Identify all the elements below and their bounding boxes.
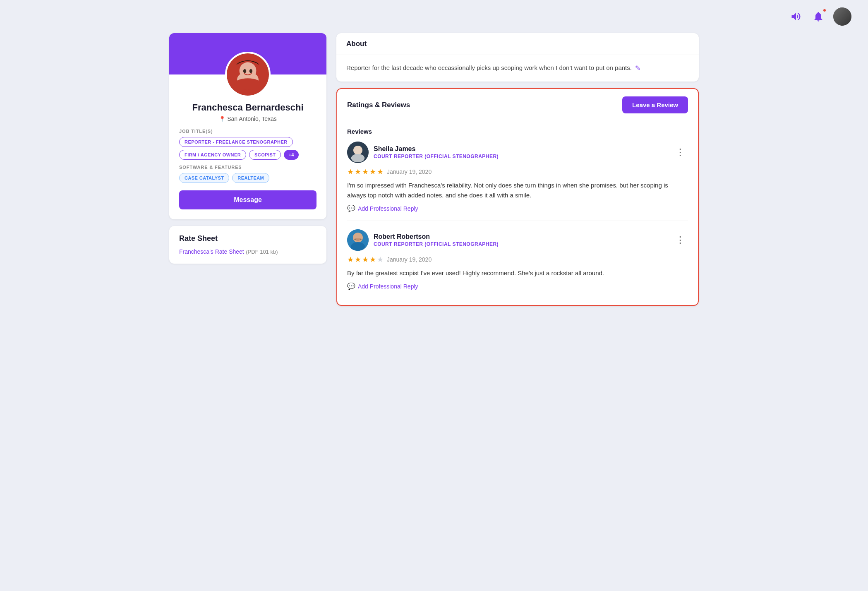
star-2-5: ★ — [377, 255, 384, 264]
reviewer-avatar-1 — [347, 142, 369, 163]
profile-avatar-wrap — [169, 52, 326, 97]
svg-point-9 — [351, 154, 364, 162]
review-menu-1[interactable]: ⋮ — [672, 146, 688, 159]
review-item-2: Robert Robertson COURT REPORTER (OFFICIA… — [347, 229, 688, 298]
reviewer-details-2: Robert Robertson COURT REPORTER (OFFICIA… — [374, 233, 499, 247]
review-text-1: I'm so impressed with Franchesca's relia… — [347, 180, 688, 200]
reviewer-details-1: Sheila James COURT REPORTER (OFFICIAL ST… — [374, 145, 499, 159]
stars-1: ★ ★ ★ ★ ★ — [347, 167, 384, 176]
rate-sheet-size: (PDF 101 kb) — [246, 249, 278, 255]
ratings-reviews-title: Ratings & Reviews — [347, 101, 410, 109]
reviews-header: Ratings & Reviews Leave a Review — [337, 89, 698, 121]
reply-icon-1: 💬 — [347, 204, 355, 212]
review-date-2: January 19, 2020 — [387, 256, 432, 263]
rate-sheet-link[interactable]: Franchesca's Rate Sheet — [179, 248, 244, 255]
star-1-1: ★ — [347, 167, 354, 176]
notification-badge — [822, 8, 827, 12]
job-titles-label: JOB TITLE(S) — [179, 129, 317, 134]
job-tag-firm: FIRM / AGENCY OWNER — [179, 150, 246, 160]
about-card: About Reporter for the last decade who o… — [336, 33, 699, 82]
star-2-3: ★ — [362, 255, 369, 264]
left-sidebar: Franchesca Bernardeschi 📍 San Antonio, T… — [169, 33, 326, 306]
review-menu-2[interactable]: ⋮ — [672, 234, 688, 246]
star-1-2: ★ — [355, 167, 361, 176]
top-nav — [0, 0, 868, 33]
about-title: About — [346, 40, 689, 48]
profile-name: Franchesca Bernardeschi — [179, 102, 317, 113]
star-1-4: ★ — [369, 167, 376, 176]
user-avatar-nav[interactable] — [833, 7, 851, 26]
reviewer-row-1: Sheila James COURT REPORTER (OFFICIAL ST… — [347, 142, 688, 163]
right-content: About Reporter for the last decade who o… — [336, 33, 699, 306]
location-text: San Antonio, Texas — [227, 115, 277, 122]
job-tag-scopist: SCOPIST — [249, 150, 281, 160]
reviewer-row-2: Robert Robertson COURT REPORTER (OFFICIA… — [347, 229, 688, 251]
svg-point-4 — [243, 69, 246, 73]
rate-sheet-title: Rate Sheet — [179, 234, 317, 243]
svg-point-3 — [235, 78, 261, 90]
reviews-body: Reviews — [337, 121, 698, 305]
reviews-section-label: Reviews — [347, 128, 688, 135]
edit-icon[interactable]: ✎ — [635, 63, 640, 73]
stars-row-1: ★ ★ ★ ★ ★ January 19, 2020 — [347, 167, 688, 176]
svg-rect-13 — [354, 239, 356, 240]
megaphone-icon[interactable] — [789, 9, 803, 24]
job-tag-more: +4 — [284, 150, 298, 160]
about-body: Reporter for the last decade who occassi… — [336, 55, 699, 82]
profile-info: Franchesca Bernardeschi 📍 San Antonio, T… — [169, 97, 326, 219]
location-icon: 📍 — [219, 116, 225, 122]
reviewer-name-1: Sheila James — [374, 145, 499, 153]
software-tag-realteam: REALTEAM — [232, 173, 269, 183]
leave-review-button[interactable]: Leave a Review — [622, 96, 688, 113]
rate-sheet-section: Rate Sheet Franchesca's Rate Sheet (PDF … — [169, 226, 326, 264]
svg-point-11 — [353, 233, 363, 243]
add-reply-label-1: Add Professional Reply — [358, 205, 418, 212]
about-header: About — [336, 33, 699, 55]
job-tags-row: REPORTER - FREELANCE STENOGRAPHER FIRM /… — [179, 137, 317, 160]
svg-point-2 — [240, 62, 257, 79]
bell-icon[interactable] — [811, 9, 826, 24]
star-2-1: ★ — [347, 255, 354, 264]
about-bio: Reporter for the last decade who occassi… — [346, 63, 632, 73]
svg-point-5 — [249, 69, 252, 73]
star-1-3: ★ — [362, 167, 369, 176]
profile-card: Franchesca Bernardeschi 📍 San Antonio, T… — [169, 33, 326, 219]
svg-rect-14 — [360, 239, 362, 240]
star-2-4: ★ — [369, 255, 376, 264]
reviewer-info-2: Robert Robertson COURT REPORTER (OFFICIA… — [347, 229, 499, 251]
review-date-1: January 19, 2020 — [387, 168, 432, 175]
star-1-5: ★ — [377, 167, 384, 176]
job-tag-reporter: REPORTER - FREELANCE STENOGRAPHER — [179, 137, 293, 147]
review-text-2: By far the greatest scopist I've ever us… — [347, 268, 688, 278]
add-reply-link-1[interactable]: 💬 Add Professional Reply — [347, 204, 688, 212]
profile-avatar — [225, 52, 271, 97]
software-tags-row: CASE CATALYST REALTEAM — [179, 173, 317, 183]
reviews-card: Ratings & Reviews Leave a Review Reviews — [336, 88, 699, 306]
reviewer-job-2: COURT REPORTER (OFFICIAL STENOGRAPHER) — [374, 241, 499, 247]
software-tag-case-catalyst: CASE CATALYST — [179, 173, 229, 183]
reviewer-info-1: Sheila James COURT REPORTER (OFFICIAL ST… — [347, 142, 499, 163]
review-item-1: Sheila James COURT REPORTER (OFFICIAL ST… — [347, 142, 688, 221]
software-label: SOFTWARE & FEATURES — [179, 165, 317, 170]
stars-2: ★ ★ ★ ★ ★ — [347, 255, 384, 264]
main-layout: Franchesca Bernardeschi 📍 San Antonio, T… — [157, 33, 711, 318]
message-button[interactable]: Message — [179, 190, 317, 209]
reviewer-avatar-2 — [347, 229, 369, 251]
profile-location: 📍 San Antonio, Texas — [179, 115, 317, 122]
reviewer-job-1: COURT REPORTER (OFFICIAL STENOGRAPHER) — [374, 154, 499, 159]
stars-row-2: ★ ★ ★ ★ ★ January 19, 2020 — [347, 255, 688, 264]
svg-point-12 — [351, 242, 365, 251]
star-2-2: ★ — [355, 255, 361, 264]
svg-point-7 — [353, 146, 362, 155]
add-reply-link-2[interactable]: 💬 Add Professional Reply — [347, 282, 688, 290]
reviewer-name-2: Robert Robertson — [374, 233, 499, 240]
reply-icon-2: 💬 — [347, 282, 355, 290]
add-reply-label-2: Add Professional Reply — [358, 283, 418, 290]
